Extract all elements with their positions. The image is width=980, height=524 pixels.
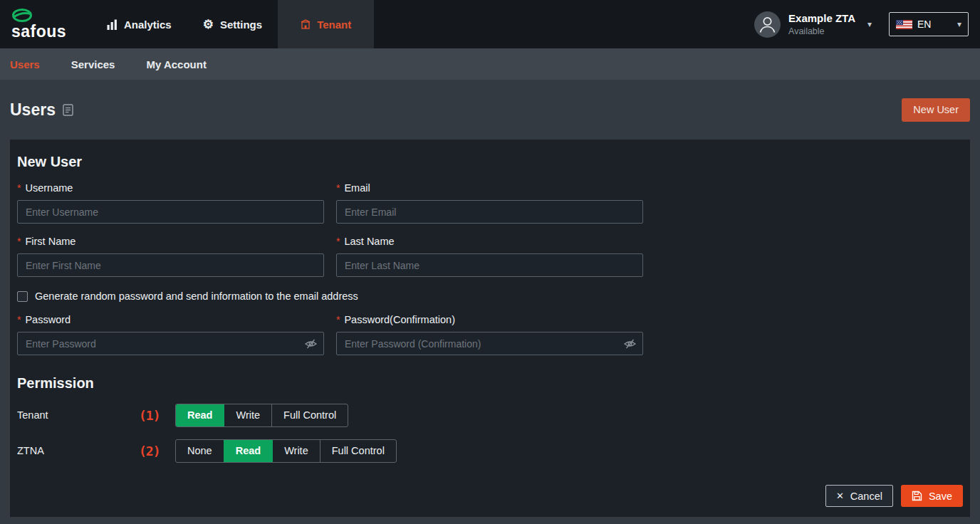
- annotation-1: (1): [139, 408, 175, 423]
- page-title-label: Users: [10, 100, 56, 120]
- password-confirmation-eye-off-icon[interactable]: [623, 338, 637, 349]
- password-confirmation-input[interactable]: [336, 332, 643, 355]
- ztna-permission-segmented-control: None Read Write Full Control: [175, 439, 397, 463]
- tenant-icon: [301, 19, 311, 29]
- first-name-field-group: First Name: [17, 224, 324, 277]
- new-user-panel: New User Username Email First Name Last …: [10, 140, 970, 517]
- safous-logo-icon: [11, 9, 33, 22]
- nav-settings-label: Settings: [220, 19, 262, 31]
- tenant-subnav: Users Services My Account: [0, 48, 980, 80]
- ztna-write-option[interactable]: Write: [272, 440, 320, 462]
- nav-tenant-label: Tenant: [317, 19, 351, 31]
- first-name-input[interactable]: [17, 253, 324, 277]
- topbar: safous Analytics ⚙ Settings Tenant: [0, 0, 980, 48]
- analytics-icon: [107, 19, 118, 30]
- safous-wordmark: safous: [11, 23, 66, 40]
- tenant-read-option[interactable]: Read: [176, 404, 224, 426]
- generate-password-label: Generate random password and send inform…: [35, 290, 358, 302]
- save-button[interactable]: Save: [901, 485, 963, 507]
- user-status: Available: [788, 26, 855, 36]
- safous-logo[interactable]: safous: [0, 9, 83, 40]
- close-icon: ✕: [836, 491, 844, 501]
- page-title: Users: [10, 100, 73, 120]
- gear-icon: ⚙: [203, 19, 214, 31]
- email-label: Email: [336, 182, 643, 194]
- language-caret-down-icon: ▾: [957, 19, 961, 29]
- password-eye-off-icon[interactable]: [304, 338, 318, 349]
- user-name: Example ZTA: [788, 12, 855, 24]
- permission-heading: Permission: [17, 375, 963, 392]
- save-button-label: Save: [929, 491, 952, 502]
- subnav-users[interactable]: Users: [10, 58, 40, 70]
- tenant-permission-segmented-control: Read Write Full Control: [175, 404, 348, 427]
- last-name-label: Last Name: [336, 236, 643, 247]
- password-confirmation-field-group: Password(Confirmation): [336, 302, 643, 355]
- generate-password-checkbox[interactable]: [17, 291, 28, 302]
- password-input[interactable]: [17, 332, 324, 355]
- cancel-button[interactable]: ✕ Cancel: [825, 485, 893, 507]
- username-label: Username: [17, 182, 324, 194]
- password-field-group: Password: [17, 302, 324, 355]
- nav-analytics-label: Analytics: [124, 19, 172, 31]
- avatar: [754, 11, 781, 38]
- permission-row-ztna: ZTNA (2) None Read Write Full Control: [17, 439, 963, 463]
- password-label: Password: [17, 314, 324, 325]
- save-icon: [912, 491, 922, 501]
- password-confirmation-label: Password(Confirmation): [336, 314, 643, 325]
- annotation-2: (2): [139, 444, 175, 459]
- language-selected-label: EN: [917, 19, 931, 30]
- subnav-my-account[interactable]: My Account: [146, 58, 206, 70]
- form-actions: ✕ Cancel Save: [825, 485, 963, 507]
- page-header: Users New User: [0, 80, 980, 140]
- new-user-button[interactable]: New User: [902, 98, 970, 122]
- audit-log-icon[interactable]: [63, 104, 73, 116]
- nav-settings[interactable]: ⚙ Settings: [187, 0, 278, 48]
- last-name-field-group: Last Name: [336, 224, 643, 277]
- ztna-full-control-option[interactable]: Full Control: [320, 440, 396, 462]
- cancel-button-label: Cancel: [850, 491, 882, 502]
- tenant-full-control-option[interactable]: Full Control: [271, 404, 348, 426]
- user-menu[interactable]: Example ZTA Available ▾: [754, 11, 872, 38]
- permission-ztna-label: ZTNA: [17, 445, 139, 456]
- email-input[interactable]: [336, 200, 643, 224]
- user-info: Example ZTA Available: [788, 12, 855, 36]
- top-navigation: Analytics ⚙ Settings Tenant: [91, 0, 374, 48]
- nav-analytics[interactable]: Analytics: [91, 0, 187, 48]
- permission-tenant-label: Tenant: [17, 409, 139, 421]
- subnav-services[interactable]: Services: [71, 58, 115, 70]
- tenant-write-option[interactable]: Write: [224, 404, 271, 426]
- first-name-label: First Name: [17, 236, 324, 247]
- form-heading: New User: [17, 154, 963, 170]
- username-input[interactable]: [17, 200, 324, 224]
- ztna-none-option[interactable]: None: [176, 440, 224, 462]
- permission-row-tenant: Tenant (1) Read Write Full Control: [17, 403, 963, 427]
- user-caret-down-icon: ▾: [867, 19, 872, 29]
- last-name-input[interactable]: [336, 253, 643, 277]
- email-field-group: Email: [336, 170, 643, 224]
- username-field-group: Username: [17, 170, 324, 224]
- ztna-read-option[interactable]: Read: [224, 440, 272, 462]
- us-flag-icon: [896, 20, 912, 29]
- generate-password-row: Generate random password and send inform…: [17, 290, 643, 302]
- new-user-form: Username Email First Name Last Name Gene…: [17, 170, 963, 355]
- nav-tenant[interactable]: Tenant: [278, 0, 374, 48]
- language-selector[interactable]: EN ▾: [889, 12, 969, 36]
